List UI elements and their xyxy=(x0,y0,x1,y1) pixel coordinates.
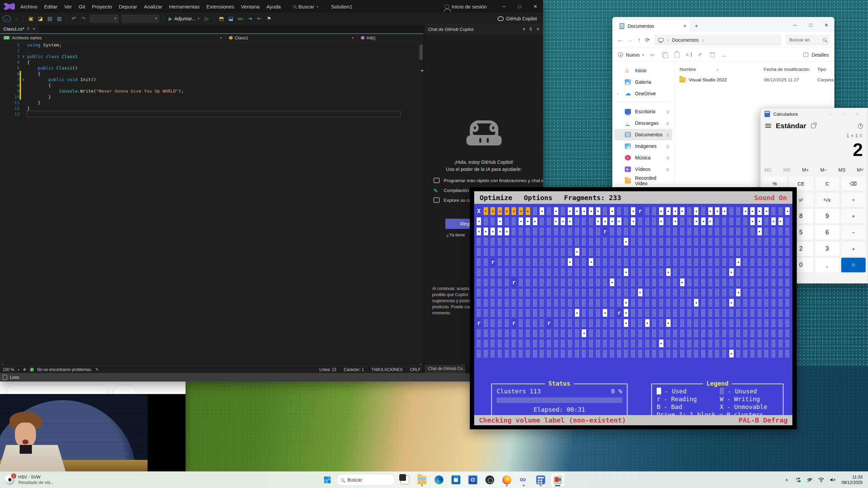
indent-icon[interactable]: ⇥ xyxy=(246,15,254,23)
open-file-icon[interactable]: ◪ xyxy=(36,15,44,23)
maximize-button[interactable]: □ xyxy=(803,20,818,30)
sidebar-item-recorded-video[interactable]: Recorded Video xyxy=(615,175,672,187)
zoom-level[interactable]: 100 % xyxy=(3,367,14,372)
tab-class1-cs[interactable]: Class1.cs* ⊼ ✕ xyxy=(0,24,39,33)
close-icon[interactable]: ✕ xyxy=(32,27,35,31)
delete-icon[interactable] xyxy=(710,52,715,58)
column-name[interactable]: Nombre∧ xyxy=(679,67,764,72)
taskbar-app-file-explorer[interactable] xyxy=(415,473,429,487)
breadcrumb[interactable]: › Documentos › xyxy=(654,35,781,45)
github-copilot-badge[interactable]: GitHub Copilot xyxy=(494,15,540,22)
vs-search[interactable]: Buscar ▾ xyxy=(293,4,319,9)
sidebar-item-descargas[interactable]: Descargas xyxy=(615,117,672,129)
key-⌫[interactable]: ⌫ xyxy=(841,176,866,191)
tab-copilot-chat[interactable]: Chat de GitHub Co... xyxy=(425,365,465,373)
menu-ayuda[interactable]: Ayuda xyxy=(263,2,284,11)
search-input[interactable]: Buscar en xyxy=(786,35,829,45)
status-line[interactable]: Línea: 13 xyxy=(319,367,336,372)
details-toggle[interactable]: Detalles xyxy=(803,52,829,58)
code-line-4[interactable]: 4{ xyxy=(0,59,423,65)
vs-titlebar[interactable]: ArchivoEditarVerGitProyectoDepurarAnaliz… xyxy=(0,0,543,13)
maximize-button[interactable]: □ xyxy=(836,109,850,119)
close-icon[interactable]: ✕ xyxy=(683,24,687,28)
key-,[interactable]: , xyxy=(815,257,840,273)
spell-check-icon[interactable]: abc xyxy=(236,15,245,23)
menu-options[interactable]: Options xyxy=(524,194,552,202)
key-6[interactable]: 6 xyxy=(815,225,840,240)
nav-member-dropdown[interactable]: Init() xyxy=(357,34,379,42)
navigate-forward-icon[interactable]: → xyxy=(12,15,20,23)
column-type[interactable]: Tipo xyxy=(817,67,834,72)
memory-ms[interactable]: MS xyxy=(838,167,846,173)
taskbar-app-outlook[interactable] xyxy=(466,473,480,487)
sidebar-item-onedrive[interactable]: ›OneDrive xyxy=(615,88,672,99)
comment-icon[interactable]: ⇤ xyxy=(255,15,264,23)
widgets-button[interactable]: 1 HSV - SVW Resaltado de víd... xyxy=(0,474,58,485)
platform-dropdown[interactable] xyxy=(122,15,159,22)
keep-on-top-icon[interactable] xyxy=(811,124,815,128)
column-date[interactable]: Fecha de modificación xyxy=(764,67,817,72)
pin-icon[interactable]: ⊼ xyxy=(529,27,532,32)
code-line-10[interactable]: 10 } xyxy=(0,94,423,100)
back-icon[interactable]: ← xyxy=(617,37,623,43)
horizontal-scrollbar[interactable]: ◂ ▸ xyxy=(0,362,423,366)
code-line-3[interactable]: 3∨public class Class1 xyxy=(0,54,423,59)
sidebar-item-documentos[interactable]: Documentos xyxy=(615,129,672,140)
code-line-5[interactable]: 5 public Class1() xyxy=(0,65,423,71)
taskbar-app-store[interactable] xyxy=(449,473,463,487)
already-account-link[interactable]: ¿Ya tiene xyxy=(446,232,465,237)
sidebar-item-inicio[interactable]: Inicio xyxy=(615,65,672,76)
bookmark-icon[interactable]: ⚑ xyxy=(265,15,273,23)
status-tabs[interactable]: TABULACIONES xyxy=(371,367,403,372)
start-button[interactable] xyxy=(322,474,333,486)
code-line-11[interactable]: 11 } xyxy=(0,100,423,105)
vertical-scrollbar[interactable] xyxy=(418,42,423,362)
video-player-window[interactable] xyxy=(0,382,186,471)
onedrive-sync-icon[interactable] xyxy=(795,477,801,483)
open-folder-icon[interactable]: ▣ xyxy=(27,15,35,23)
key-=[interactable]: = xyxy=(841,257,866,273)
code-line-9[interactable]: 9 Console.Write("Never Gonna Give You Up… xyxy=(0,88,423,94)
memory-m+[interactable]: M+ xyxy=(802,167,809,173)
redo-icon[interactable]: ↷ xyxy=(79,15,88,23)
taskbar-clock[interactable]: 11:33 08/12/2025 xyxy=(841,474,863,485)
tab-documentos[interactable]: Documentos ✕ xyxy=(616,20,690,32)
nav-project-dropdown[interactable]: C# Archivos varios ▾ xyxy=(0,34,225,42)
taskbar-app-task-view[interactable] xyxy=(398,473,412,487)
new-tab-button[interactable]: + xyxy=(695,23,698,32)
taskbar-app-dosbox-defrag[interactable] xyxy=(551,473,564,487)
key-÷[interactable]: ÷ xyxy=(841,192,866,208)
chevron-down-icon[interactable]: ▾ xyxy=(523,27,525,32)
memory-mc[interactable]: MC xyxy=(765,167,772,173)
code-area[interactable]: 1using System;23∨public class Class14{5 … xyxy=(0,42,423,362)
sound-toggle[interactable]: Sound On xyxy=(754,194,787,202)
paste-icon[interactable] xyxy=(674,52,680,58)
code-cleanup-icon[interactable]: ✎ xyxy=(95,367,99,372)
menu-editar[interactable]: Editar xyxy=(41,2,61,11)
rename-icon[interactable] xyxy=(686,52,692,58)
file-row-visual-studio-2022[interactable]: Visual Studio 2022 08/12/2025 11:27 Carp… xyxy=(679,74,834,85)
code-line-8[interactable]: 8 { xyxy=(0,82,423,88)
memory-m˅[interactable]: M˅ xyxy=(857,167,864,173)
sidebar-item-música[interactable]: Música xyxy=(615,152,672,163)
code-line-7[interactable]: 7∨ public void Init() xyxy=(0,77,423,82)
tool-icon[interactable]: ⬒ xyxy=(217,15,226,23)
taskbar-app-visual-studio[interactable] xyxy=(517,473,531,487)
memory-m−[interactable]: M− xyxy=(820,167,827,173)
undo-icon[interactable]: ↶ xyxy=(70,15,78,23)
attach-run-button[interactable]: ▶ Adjuntar... ▾ xyxy=(167,15,201,22)
sidebar-item-escritorio[interactable]: Escritorio xyxy=(615,106,672,117)
scroll-right-icon[interactable]: ▸ xyxy=(420,362,422,366)
copy-icon[interactable] xyxy=(662,52,668,58)
minimize-button[interactable]: ─ xyxy=(496,0,512,13)
breadcrumb-folder[interactable]: Documentos xyxy=(672,37,699,43)
tool-icon[interactable]: ⬓ xyxy=(227,15,235,23)
taskbar-app-calculator[interactable] xyxy=(534,473,547,487)
code-line-13[interactable]: 13 xyxy=(0,111,423,117)
more-options-icon[interactable]: … xyxy=(721,52,727,58)
nav-type-dropdown[interactable]: Class1 ▾ xyxy=(225,34,357,42)
sign-in-button[interactable]: Inicio de sesión xyxy=(452,4,487,9)
menu-ver[interactable]: Ver xyxy=(61,2,75,11)
up-icon[interactable]: ↑ xyxy=(638,37,640,43)
key-²√x[interactable]: ²√x xyxy=(815,192,840,208)
